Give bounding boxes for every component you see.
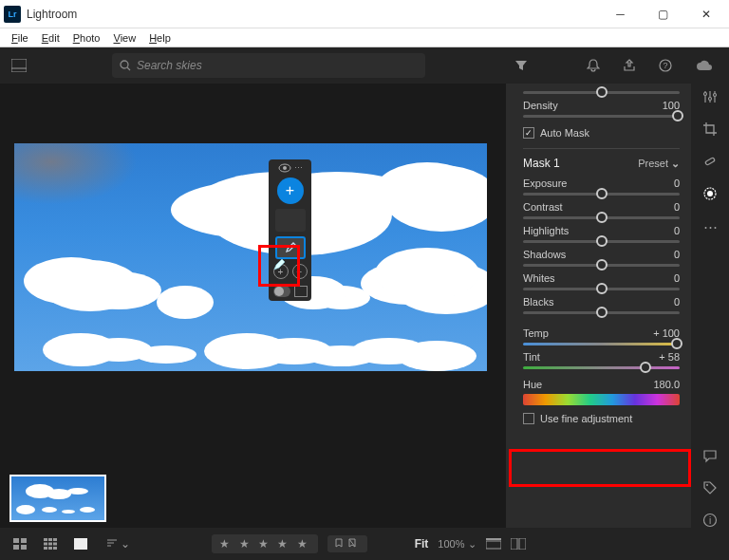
exposure-slider[interactable]	[523, 193, 680, 196]
close-button[interactable]: ✕	[684, 0, 727, 28]
brush-cursor-icon	[270, 255, 289, 274]
masking-icon[interactable]	[702, 186, 718, 201]
flag-buttons[interactable]	[327, 535, 367, 552]
svg-rect-32	[53, 547, 57, 550]
tag-icon[interactable]	[702, 480, 718, 495]
svg-point-11	[704, 93, 707, 96]
contrast-value: 0	[674, 201, 680, 213]
svg-rect-21	[21, 538, 27, 543]
add-mask-button[interactable]: +	[277, 177, 304, 204]
more-icon[interactable]: ⋯	[703, 218, 718, 235]
contrast-label: Contrast	[523, 201, 563, 213]
whites-value: 0	[674, 272, 680, 284]
highlights-label: Highlights	[523, 225, 569, 236]
svg-rect-0	[11, 59, 27, 72]
highlight-tint-slider	[509, 449, 691, 487]
svg-rect-22	[13, 545, 19, 550]
healing-icon[interactable]	[702, 154, 718, 169]
exposure-label: Exposure	[523, 177, 567, 189]
hue-label: Hue	[523, 379, 542, 390]
view-grid-small-icon[interactable]	[9, 535, 30, 552]
svg-rect-40	[511, 538, 517, 550]
svg-rect-27	[44, 543, 47, 546]
top-slider[interactable]	[523, 91, 680, 94]
rating-stars[interactable]: ★ ★ ★ ★ ★	[212, 534, 317, 553]
svg-rect-25	[48, 538, 52, 541]
temp-label: Temp	[523, 327, 549, 339]
shadows-slider[interactable]	[523, 264, 680, 267]
menu-help[interactable]: Help	[143, 30, 177, 46]
auto-mask-checkbox[interactable]: ✓	[523, 127, 534, 139]
maximize-button[interactable]: ▢	[642, 0, 684, 28]
highlights-value: 0	[674, 225, 680, 236]
svg-text:?: ?	[663, 61, 667, 70]
view-grid-icon[interactable]	[40, 535, 61, 552]
fit-button[interactable]: Fit	[415, 537, 429, 551]
svg-rect-26	[53, 538, 57, 541]
svg-rect-14	[705, 158, 716, 165]
mask-name[interactable]: Mask 1	[523, 157, 560, 170]
whites-slider[interactable]	[523, 288, 680, 290]
sort-dropdown[interactable]: ⌄	[101, 534, 136, 553]
canvas-area[interactable]: ⋯ + + −	[0, 84, 506, 528]
bottom-toolbar: ⌄ ★ ★ ★ ★ ★ Fit 100% ⌄	[0, 528, 729, 560]
svg-rect-30	[44, 547, 47, 550]
shadows-label: Shadows	[523, 249, 566, 260]
tint-label: Tint	[523, 351, 540, 363]
svg-rect-39	[486, 538, 501, 540]
info-icon[interactable]: i	[702, 513, 718, 528]
temp-slider[interactable]	[523, 343, 680, 345]
minimize-button[interactable]: ─	[599, 0, 642, 28]
crop-icon[interactable]	[702, 121, 718, 137]
adjust-sliders-icon[interactable]	[702, 89, 718, 104]
cloud-icon[interactable]	[687, 55, 721, 76]
mask-overlay-toggle[interactable]	[273, 286, 290, 297]
hue-slider[interactable]	[523, 394, 680, 405]
mask-visibility-toggle[interactable]: ⋯	[278, 163, 303, 173]
share-icon[interactable]	[615, 55, 644, 76]
comments-icon[interactable]	[702, 448, 718, 463]
highlights-slider[interactable]	[523, 240, 680, 243]
svg-rect-29	[53, 543, 57, 546]
menu-file[interactable]: File	[6, 30, 34, 46]
filmstrip-thumbnail[interactable]	[9, 475, 106, 522]
svg-point-16	[707, 191, 713, 196]
help-top-icon[interactable]: ?	[651, 55, 680, 76]
svg-rect-38	[486, 541, 501, 549]
view-single-icon[interactable]	[70, 535, 91, 552]
filter-icon[interactable]	[507, 55, 535, 76]
contrast-slider[interactable]	[523, 216, 680, 219]
edited-photo[interactable]	[14, 143, 487, 371]
svg-text:i: i	[709, 515, 711, 526]
menu-edit[interactable]: Edit	[36, 30, 65, 46]
zoom-dropdown[interactable]: 100% ⌄	[438, 538, 476, 551]
layout-icon-2[interactable]	[511, 538, 526, 550]
blacks-slider[interactable]	[523, 311, 680, 314]
top-toolbar: Search skies ?	[0, 47, 729, 84]
svg-point-7	[283, 166, 287, 170]
mask-thumbnail-1[interactable]	[275, 209, 306, 232]
fine-adjustment-checkbox[interactable]	[523, 413, 534, 424]
mask-overlay-mode-icon[interactable]	[294, 286, 308, 297]
svg-rect-28	[48, 543, 52, 546]
tint-slider[interactable]	[523, 366, 680, 369]
blacks-value: 0	[674, 296, 680, 308]
preset-dropdown[interactable]: Preset ⌄	[638, 158, 680, 170]
svg-point-13	[714, 94, 717, 97]
blacks-label: Blacks	[523, 296, 553, 308]
bell-icon[interactable]	[579, 55, 608, 76]
menu-view[interactable]: View	[107, 30, 141, 46]
photo-grid-icon[interactable]	[8, 55, 30, 76]
svg-point-2	[121, 61, 128, 68]
svg-rect-23	[21, 545, 27, 550]
window-title: Lightroom	[27, 8, 599, 21]
search-input[interactable]: Search skies	[112, 53, 425, 78]
layout-icon-1[interactable]	[486, 538, 501, 550]
exposure-value: 0	[674, 177, 680, 189]
svg-rect-20	[13, 538, 19, 543]
auto-mask-label: Auto Mask	[540, 127, 589, 139]
whites-label: Whites	[523, 272, 555, 284]
density-slider[interactable]	[523, 115, 680, 118]
menu-photo[interactable]: Photo	[67, 30, 106, 46]
right-tool-strip: ⋯ i	[691, 84, 729, 528]
